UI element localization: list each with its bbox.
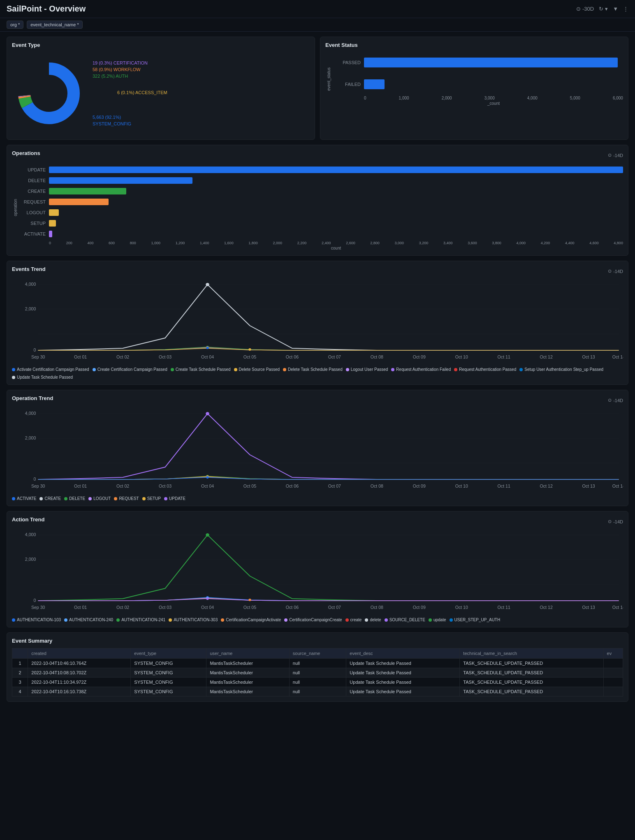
legend-item-delete-task: Delete Task Schedule Passed [283, 367, 343, 372]
row-created: 2022-10-04T10:46:10.764Z [28, 659, 131, 668]
row-technical-name: TASK_SCHEDULE_UPDATE_PASSED [460, 668, 603, 678]
operations-panel: Operations ⊙ -14D operation UPDATE [7, 145, 628, 256]
svg-text:Oct 03: Oct 03 [159, 484, 172, 488]
ops-row-update: UPDATE [20, 164, 623, 175]
clock-icon: ⊙ [576, 6, 581, 12]
legend-item-auth103: AUTHENTICATION-103 [12, 618, 61, 622]
row-num: 4 [12, 687, 28, 697]
svg-text:Oct 12: Oct 12 [540, 605, 553, 610]
svg-text:Sep 30: Sep 30 [31, 355, 45, 359]
donut-container: 19 (0.3%) CERTIFICATION 58 (0.9%) WORKFL… [12, 52, 310, 134]
row-event-desc: Update Task Schedule Passed [346, 668, 460, 678]
ops-row-request: REQUEST [20, 197, 623, 207]
passed-label: PASSED [335, 60, 364, 65]
row-source-name: null [289, 687, 346, 697]
svg-text:Oct 05: Oct 05 [243, 355, 257, 359]
legend-item-logout: LOGOUT [88, 496, 111, 501]
svg-text:Oct 03: Oct 03 [159, 355, 172, 359]
filter-bar: org * event_technical_name * [0, 18, 635, 32]
refresh-control[interactable]: ↻ ▾ [599, 6, 608, 12]
legend-item-request: REQUEST [114, 496, 139, 501]
ops-fill-delete [49, 177, 192, 184]
legend-item-setup: SETUP [142, 496, 161, 501]
refresh-icon: ↻ [599, 6, 603, 12]
col-header-event-type: event_type [131, 648, 206, 659]
ops-fill-logout [49, 209, 59, 216]
svg-text:2,000: 2,000 [25, 307, 36, 311]
legend-item-request-auth-passed: Request Authentication Passed [454, 367, 516, 372]
events-trend-chart: 4,000 2,000 0 Sep 30 Oct 01 Oct 02 Oct 0… [12, 280, 623, 364]
svg-text:Oct 09: Oct 09 [413, 605, 426, 610]
donut-label-sysconfig: 5,663 (92.1%) [93, 115, 167, 120]
events-trend-badge: ⊙ -14D [608, 268, 623, 274]
legend-item-delete-source: Delete Source Passed [234, 367, 280, 372]
svg-text:0: 0 [33, 477, 36, 481]
svg-point-32 [248, 348, 251, 351]
donut-label-certification: 19 (0.3%) CERTIFICATION [93, 60, 167, 65]
svg-text:2,000: 2,000 [25, 557, 36, 562]
donut-label-sysconfig-name: SYSTEM_CONFIG [93, 121, 167, 126]
svg-text:0: 0 [33, 598, 36, 603]
ops-track-logout [49, 209, 623, 216]
main-content: Event Type 19 ( [0, 32, 635, 707]
row-num: 2 [12, 668, 28, 678]
ops-track-delete [49, 177, 623, 184]
legend-item-auth240: AUTHENTICATION-240 [64, 618, 113, 622]
row-num: 1 [12, 659, 28, 668]
svg-text:Oct 01: Oct 01 [74, 355, 87, 359]
filter-control[interactable]: ▼ [613, 6, 618, 12]
legend-item-update-task: Update Task Schedule Passed [12, 375, 73, 380]
ops-x-axis: 02004006008001,0001,200 1,4001,6001,8002… [49, 241, 623, 245]
svg-text:Oct 02: Oct 02 [116, 605, 130, 610]
legend-item-update: UPDATE [164, 496, 185, 501]
svg-text:Oct 04: Oct 04 [201, 605, 214, 610]
legend-item-create: CREATE [39, 496, 61, 501]
operation-trend-chart: 4,000 2,000 0 Sep 30 Oct 01 Oct 02 Oct 0… [12, 410, 623, 493]
row-source-name: null [289, 659, 346, 668]
row-created: 2022-10-04T10:08:10.702Z [28, 668, 131, 678]
col-header-event-desc: event_desc [346, 648, 460, 659]
col-header-ev: ev [603, 648, 623, 659]
row-technical-name: TASK_SCHEDULE_UPDATE_PASSED [460, 678, 603, 687]
legend-item-user-step: USER_STEP_UP_AUTH [450, 618, 501, 622]
more-control[interactable]: ⋮ [623, 6, 628, 12]
svg-text:Oct 06: Oct 06 [286, 355, 299, 359]
legend-item-activate: ACTIVATE [12, 496, 36, 501]
svg-text:Oct 10: Oct 10 [455, 484, 468, 488]
row-event-type: SYSTEM_CONFIG [131, 687, 206, 697]
legend-item-request-auth-failed: Request Authentication Failed [391, 367, 451, 372]
svg-point-55 [206, 412, 209, 415]
filter-pill-org[interactable]: org * [7, 21, 23, 29]
header-controls: ⊙ -30D ↻ ▾ ▼ ⋮ [576, 6, 628, 12]
event-type-panel: Event Type 19 ( [7, 37, 315, 140]
action-trend-legend: AUTHENTICATION-103 AUTHENTICATION-240 AU… [12, 618, 623, 622]
event-status-panel: Event Status event_status PASSED FAILED [320, 37, 628, 140]
operation-trend-panel: Operation Trend ⊙ -14D 4,000 2,000 0 Sep… [7, 390, 628, 506]
row-source-name: null [289, 678, 346, 687]
action-trend-panel: Action Trend ⊙ -14D 4,000 2,000 0 Sep 30… [7, 511, 628, 627]
ops-track-setup [49, 220, 623, 227]
event-summary-title: Event Summary [12, 638, 623, 644]
row-ev [603, 659, 623, 668]
legend-item-activate-cert: Activate Certification Campaign Passed [12, 367, 89, 372]
action-trend-title: Action Trend [12, 516, 44, 523]
svg-text:Oct 07: Oct 07 [328, 484, 341, 488]
time-range-control[interactable]: ⊙ -30D [576, 6, 594, 12]
top-row: Event Type 19 ( [7, 37, 628, 140]
row-event-type: SYSTEM_CONFIG [131, 668, 206, 678]
action-trend-badge: ⊙ -14D [608, 519, 623, 524]
col-header-technical-name: technical_name_in_search [460, 648, 603, 659]
row-technical-name: TASK_SCHEDULE_UPDATE_PASSED [460, 659, 603, 668]
x-label-2000: 2,000 [442, 96, 452, 100]
row-ev [603, 687, 623, 697]
ops-label-update: UPDATE [20, 167, 49, 172]
svg-text:Oct 04: Oct 04 [201, 484, 214, 488]
ops-row-delete: DELETE [20, 175, 623, 186]
filter-pill-event-name[interactable]: event_technical_name * [27, 21, 82, 29]
x-label-4000: 4,000 [527, 96, 538, 100]
svg-text:Oct 12: Oct 12 [540, 484, 553, 488]
chevron-down-icon: ▾ [605, 6, 608, 12]
row-event-desc: Update Task Schedule Passed [346, 678, 460, 687]
legend-item-create-cert: Create Certification Campaign Passed [93, 367, 167, 372]
operations-badge: ⊙ -14D [608, 153, 623, 158]
